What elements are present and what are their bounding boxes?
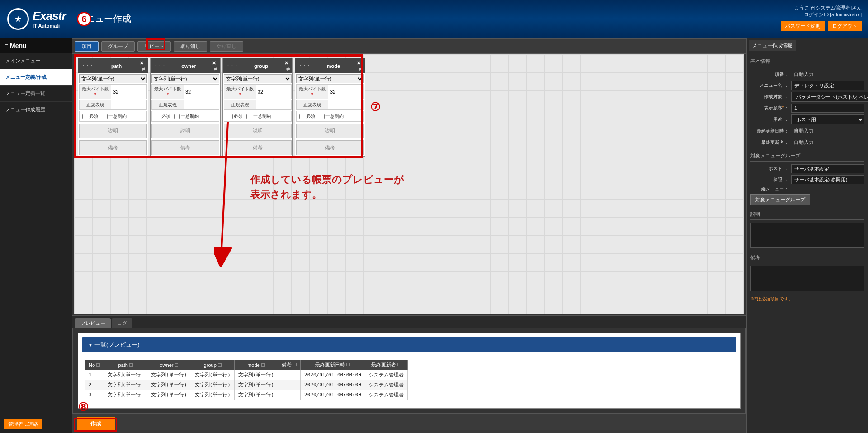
card-header[interactable]: ⋮⋮⋮owner✕⇄ xyxy=(151,58,220,73)
link-icon[interactable]: ⇄ xyxy=(359,67,362,71)
sort-icon[interactable] xyxy=(293,363,297,366)
regex-input[interactable] xyxy=(111,101,146,109)
type-select[interactable]: 文字列(単一行) xyxy=(151,74,219,83)
card-header[interactable]: ⋮⋮⋮mode✕⇄ xyxy=(295,58,365,73)
textarea-desc[interactable] xyxy=(750,223,864,248)
type-select[interactable]: 文字列(単一行) xyxy=(224,74,292,83)
card-header[interactable]: ⋮⋮⋮group✕⇄ xyxy=(223,58,292,73)
sort-icon[interactable] xyxy=(218,363,222,367)
unique-checkbox-label[interactable]: 一意制約 xyxy=(102,113,127,119)
remark-button[interactable]: 備考 xyxy=(224,140,292,155)
drag-handle-icon[interactable]: ⋮⋮⋮ xyxy=(298,63,310,69)
preview-title[interactable]: 一覧(プレビュー) xyxy=(82,337,736,352)
drag-handle-icon[interactable]: ⋮⋮⋮ xyxy=(226,63,238,69)
toolbar-undo-button[interactable]: 取り消し xyxy=(174,41,207,52)
input-host[interactable] xyxy=(791,164,864,173)
sort-icon[interactable] xyxy=(346,363,350,366)
unique-checkbox[interactable] xyxy=(174,114,180,119)
input-menu-name[interactable] xyxy=(791,81,864,90)
sidebar-item-menu-history[interactable]: メニュー作成履歴 xyxy=(0,102,72,118)
unique-checkbox-label[interactable]: 一意制約 xyxy=(319,113,344,119)
input-ref[interactable] xyxy=(791,175,864,184)
regex-input[interactable] xyxy=(256,101,291,109)
table-header[interactable]: 最終更新者 xyxy=(365,360,407,370)
toolbar-repeat-button[interactable]: リピート xyxy=(137,41,171,52)
tab-log[interactable]: ログ xyxy=(112,318,132,328)
required-checkbox[interactable] xyxy=(155,114,160,119)
link-icon[interactable]: ⇄ xyxy=(142,67,145,71)
table-header[interactable]: No xyxy=(85,360,104,370)
link-icon[interactable]: ⇄ xyxy=(214,67,217,71)
required-checkbox-label[interactable]: 必須 xyxy=(155,113,170,119)
table-header[interactable]: 備考 xyxy=(278,360,301,370)
logout-button[interactable]: ログアウト xyxy=(828,21,862,31)
link-icon[interactable]: ⇄ xyxy=(286,67,290,71)
sort-icon[interactable] xyxy=(397,363,401,366)
table-header[interactable]: path xyxy=(104,360,147,370)
sidebar-item-menu-create[interactable]: メニュー定義/作成 xyxy=(0,69,72,86)
close-icon[interactable]: ✕ xyxy=(284,60,288,66)
remark-button[interactable]: 備考 xyxy=(151,140,219,155)
close-icon[interactable]: ✕ xyxy=(212,60,216,66)
sort-icon[interactable] xyxy=(96,363,100,367)
maxbytes-input[interactable] xyxy=(256,88,291,96)
type-select[interactable]: 文字列(単一行) xyxy=(296,74,364,83)
toolbar-redo-button[interactable]: やり直し xyxy=(210,41,243,52)
required-checkbox-label[interactable]: 必須 xyxy=(299,113,315,119)
table-cell: 文字列(単一行) xyxy=(104,380,147,390)
desc-button[interactable]: 説明 xyxy=(79,124,147,138)
toolbar-item-button[interactable]: 項目 xyxy=(75,41,99,52)
unique-checkbox[interactable] xyxy=(246,114,252,119)
card-header[interactable]: ⋮⋮⋮path✕⇄ xyxy=(78,58,148,73)
sort-icon[interactable] xyxy=(175,363,178,367)
desc-button[interactable]: 説明 xyxy=(151,124,219,138)
regex-input[interactable] xyxy=(328,101,363,109)
create-button[interactable]: 作成 xyxy=(77,417,115,430)
required-checkbox[interactable] xyxy=(82,114,88,119)
desc-button[interactable]: 説明 xyxy=(224,124,292,138)
tab-preview[interactable]: プレビュー xyxy=(75,318,111,328)
sort-icon[interactable] xyxy=(129,363,133,367)
textarea-remark[interactable] xyxy=(750,266,864,291)
item-card-owner[interactable]: ⋮⋮⋮owner✕⇄文字列(単一行)最大バイト数*正規表現 必須 一意制約説明備… xyxy=(150,58,221,157)
sidebar-item-main-menu[interactable]: メインメニュー xyxy=(0,53,72,69)
admin-contact-button[interactable]: 管理者に連絡 xyxy=(4,419,42,429)
regex-input[interactable] xyxy=(184,101,219,109)
unique-checkbox-label[interactable]: 一意制約 xyxy=(174,113,199,119)
unique-checkbox-label[interactable]: 一意制約 xyxy=(246,113,271,119)
table-header[interactable]: group xyxy=(191,360,234,370)
unique-checkbox[interactable] xyxy=(102,114,108,119)
close-icon[interactable]: ✕ xyxy=(140,60,144,66)
type-select[interactable]: 文字列(単一行) xyxy=(79,74,147,83)
table-header[interactable]: mode xyxy=(234,360,278,370)
maxbytes-input[interactable] xyxy=(328,88,363,96)
required-checkbox[interactable] xyxy=(227,114,233,119)
remark-button[interactable]: 備考 xyxy=(79,140,147,155)
sidebar-item-menu-list[interactable]: メニュー定義一覧 xyxy=(0,86,72,102)
password-change-button[interactable]: パスワード変更 xyxy=(781,21,825,31)
drag-handle-icon[interactable]: ⋮⋮⋮ xyxy=(81,63,93,69)
desc-button[interactable]: 説明 xyxy=(296,124,364,138)
item-card-group[interactable]: ⋮⋮⋮group✕⇄文字列(単一行)最大バイト数*正規表現 必須 一意制約説明備… xyxy=(222,58,293,157)
select-use[interactable]: ホスト用 xyxy=(791,114,864,124)
required-checkbox-label[interactable]: 必須 xyxy=(82,113,98,119)
required-checkbox-label[interactable]: 必須 xyxy=(227,113,243,119)
toolbar-group-button[interactable]: グループ xyxy=(101,41,135,52)
drag-handle-icon[interactable]: ⋮⋮⋮ xyxy=(153,63,165,69)
unique-checkbox[interactable] xyxy=(319,114,325,119)
right-panel-tab[interactable]: メニュー作成情報 xyxy=(749,40,796,51)
select-target[interactable]: パラメータシート(ホスト/オペレー xyxy=(791,92,868,102)
remark-button[interactable]: 備考 xyxy=(296,140,364,155)
target-menu-group-button[interactable]: 対象メニューグループ xyxy=(750,194,810,205)
canvas[interactable]: ⋮⋮⋮path✕⇄文字列(単一行)最大バイト数*正規表現 必須 一意制約説明備考… xyxy=(72,54,746,315)
table-header[interactable]: owner xyxy=(147,360,191,370)
table-header[interactable]: 最終更新日時 xyxy=(301,360,365,370)
sort-icon[interactable] xyxy=(261,363,265,367)
item-card-mode[interactable]: ⋮⋮⋮mode✕⇄文字列(単一行)最大バイト数*正規表現 必須 一意制約説明備考 xyxy=(295,58,365,157)
maxbytes-input[interactable] xyxy=(184,88,219,96)
input-order[interactable] xyxy=(791,104,864,113)
maxbytes-input[interactable] xyxy=(111,88,146,96)
close-icon[interactable]: ✕ xyxy=(357,60,361,66)
required-checkbox[interactable] xyxy=(299,114,305,119)
item-card-path[interactable]: ⋮⋮⋮path✕⇄文字列(単一行)最大バイト数*正規表現 必須 一意制約説明備考 xyxy=(78,58,148,157)
